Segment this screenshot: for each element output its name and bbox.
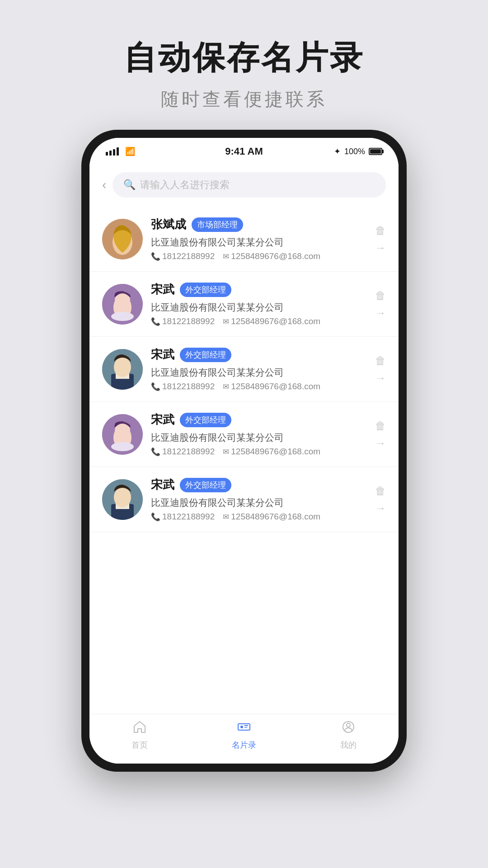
table-row[interactable]: 张斌成 市场部经理 比亚迪股份有限公司某某分公司 📞 18122188992 ✉… bbox=[89, 207, 399, 272]
page-subtitle: 随时查看便捷联系 bbox=[124, 87, 364, 112]
phone-icon: 📞 bbox=[151, 512, 160, 522]
contact-actions: 🗑 → bbox=[375, 485, 386, 514]
contact-actions: 🗑 → bbox=[375, 420, 386, 449]
email-address: 1258489676@168.com bbox=[231, 316, 320, 326]
contact-name: 张斌成 bbox=[151, 217, 186, 232]
svg-point-24 bbox=[347, 723, 350, 727]
svg-point-14 bbox=[111, 442, 134, 451]
delete-button[interactable]: 🗑 bbox=[375, 485, 386, 497]
phone-detail: 📞 18122188992 bbox=[151, 251, 215, 261]
nav-item-profile[interactable]: 我的 bbox=[340, 720, 357, 750]
bottom-nav: 首页 名片录 bbox=[89, 714, 399, 764]
email-icon: ✉ bbox=[223, 382, 229, 392]
avatar bbox=[102, 479, 143, 520]
phone-detail: 📞 18122188992 bbox=[151, 447, 215, 457]
email-address: 1258489676@168.com bbox=[231, 251, 320, 261]
avatar bbox=[102, 349, 143, 390]
email-icon: ✉ bbox=[223, 512, 229, 522]
status-bar: 📶 9:41 AM ✦ 100% bbox=[89, 138, 399, 165]
svg-rect-19 bbox=[238, 724, 250, 730]
home-icon bbox=[133, 720, 146, 737]
contact-name: 宋武 bbox=[151, 477, 174, 493]
phone-shell: 📶 9:41 AM ✦ 100% ‹ 🔍 请输入人名进行搜索 bbox=[81, 130, 407, 772]
back-button[interactable]: ‹ bbox=[102, 178, 106, 192]
phone-icon: 📞 bbox=[151, 317, 160, 326]
nav-item-home[interactable]: 首页 bbox=[131, 720, 148, 750]
contact-name-row: 宋武 外交部经理 bbox=[151, 282, 367, 297]
page-title: 自动保存名片录 bbox=[124, 36, 364, 80]
signal-icon bbox=[106, 147, 119, 156]
contact-company: 比亚迪股份有限公司某某分公司 bbox=[151, 366, 367, 379]
delete-button[interactable]: 🗑 bbox=[375, 224, 386, 237]
svg-point-18 bbox=[114, 487, 131, 507]
email-detail: ✉ 1258489676@168.com bbox=[223, 316, 320, 326]
email-detail: ✉ 1258489676@168.com bbox=[223, 382, 320, 392]
wifi-icon: 📶 bbox=[125, 146, 135, 156]
profile-icon bbox=[342, 720, 355, 737]
contact-name: 宋武 bbox=[151, 282, 174, 297]
phone-number: 18122188992 bbox=[162, 382, 215, 392]
contact-company: 比亚迪股份有限公司某某分公司 bbox=[151, 236, 367, 249]
delete-button[interactable]: 🗑 bbox=[375, 289, 386, 302]
bluetooth-icon: ✦ bbox=[334, 146, 341, 156]
contact-actions: 🗑 → bbox=[375, 224, 386, 254]
contact-actions: 🗑 → bbox=[375, 354, 386, 384]
battery-percent: 100% bbox=[344, 147, 365, 156]
avatar bbox=[102, 284, 143, 325]
svg-point-6 bbox=[111, 312, 134, 321]
phone-number: 18122188992 bbox=[162, 251, 215, 261]
contact-name-row: 宋武 外交部经理 bbox=[151, 347, 367, 363]
status-time: 9:41 AM bbox=[225, 146, 263, 157]
nav-label-card: 名片录 bbox=[232, 740, 256, 750]
contact-name: 宋武 bbox=[151, 347, 174, 363]
search-placeholder: 请输入人名进行搜索 bbox=[140, 178, 230, 192]
contact-company: 比亚迪股份有限公司某某分公司 bbox=[151, 301, 367, 314]
detail-arrow[interactable]: → bbox=[375, 502, 386, 514]
status-left: 📶 bbox=[106, 146, 135, 156]
phone-icon: 📞 bbox=[151, 447, 160, 457]
svg-point-10 bbox=[114, 357, 131, 377]
detail-arrow[interactable]: → bbox=[375, 437, 386, 449]
contact-details: 📞 18122188992 ✉ 1258489676@168.com bbox=[151, 447, 367, 457]
contact-details: 📞 18122188992 ✉ 1258489676@168.com bbox=[151, 316, 367, 326]
delete-button[interactable]: 🗑 bbox=[375, 420, 386, 432]
card-icon bbox=[237, 720, 251, 737]
email-address: 1258489676@168.com bbox=[231, 512, 320, 522]
table-row[interactable]: 宋武 外交部经理 比亚迪股份有限公司某某分公司 📞 18122188992 ✉ … bbox=[89, 337, 399, 402]
contact-details: 📞 18122188992 ✉ 1258489676@168.com bbox=[151, 382, 367, 392]
contact-tag: 外交部经理 bbox=[180, 283, 231, 297]
contact-details: 📞 18122188992 ✉ 1258489676@168.com bbox=[151, 512, 367, 522]
search-icon: 🔍 bbox=[123, 179, 136, 191]
phone-number: 18122188992 bbox=[162, 512, 215, 522]
contact-name-row: 宋武 外交部经理 bbox=[151, 477, 367, 493]
contact-info: 宋武 外交部经理 比亚迪股份有限公司某某分公司 📞 18122188992 ✉ … bbox=[151, 477, 367, 522]
table-row[interactable]: 宋武 外交部经理 比亚迪股份有限公司某某分公司 📞 18122188992 ✉ … bbox=[89, 467, 399, 532]
phone-number: 18122188992 bbox=[162, 316, 215, 326]
contact-name-row: 张斌成 市场部经理 bbox=[151, 217, 367, 232]
email-icon: ✉ bbox=[223, 447, 229, 457]
contact-info: 宋武 外交部经理 比亚迪股份有限公司某某分公司 📞 18122188992 ✉ … bbox=[151, 282, 367, 326]
table-row[interactable]: 宋武 外交部经理 比亚迪股份有限公司某某分公司 📞 18122188992 ✉ … bbox=[89, 272, 399, 337]
detail-arrow[interactable]: → bbox=[375, 307, 386, 319]
delete-button[interactable]: 🗑 bbox=[375, 354, 386, 367]
contact-tag: 外交部经理 bbox=[180, 413, 231, 427]
contact-info: 宋武 外交部经理 比亚迪股份有限公司某某分公司 📞 18122188992 ✉ … bbox=[151, 412, 367, 457]
phone-detail: 📞 18122188992 bbox=[151, 512, 215, 522]
nav-label-profile: 我的 bbox=[340, 740, 357, 750]
svg-point-20 bbox=[240, 726, 243, 728]
page-header: 自动保存名片录 随时查看便捷联系 bbox=[124, 36, 364, 112]
status-right: ✦ 100% bbox=[334, 146, 382, 156]
phone-icon: 📞 bbox=[151, 382, 160, 392]
detail-arrow[interactable]: → bbox=[375, 241, 386, 254]
contact-details: 📞 18122188992 ✉ 1258489676@168.com bbox=[151, 251, 367, 261]
contact-name: 宋武 bbox=[151, 412, 174, 428]
detail-arrow[interactable]: → bbox=[375, 372, 386, 384]
nav-item-card[interactable]: 名片录 bbox=[232, 720, 256, 750]
email-detail: ✉ 1258489676@168.com bbox=[223, 512, 320, 522]
email-detail: ✉ 1258489676@168.com bbox=[223, 251, 320, 261]
table-row[interactable]: 宋武 外交部经理 比亚迪股份有限公司某某分公司 📞 18122188992 ✉ … bbox=[89, 402, 399, 467]
search-bar[interactable]: 🔍 请输入人名进行搜索 bbox=[113, 172, 386, 198]
email-address: 1258489676@168.com bbox=[231, 447, 320, 457]
contact-list: 张斌成 市场部经理 比亚迪股份有限公司某某分公司 📞 18122188992 ✉… bbox=[89, 207, 399, 714]
contact-tag: 外交部经理 bbox=[180, 348, 231, 362]
